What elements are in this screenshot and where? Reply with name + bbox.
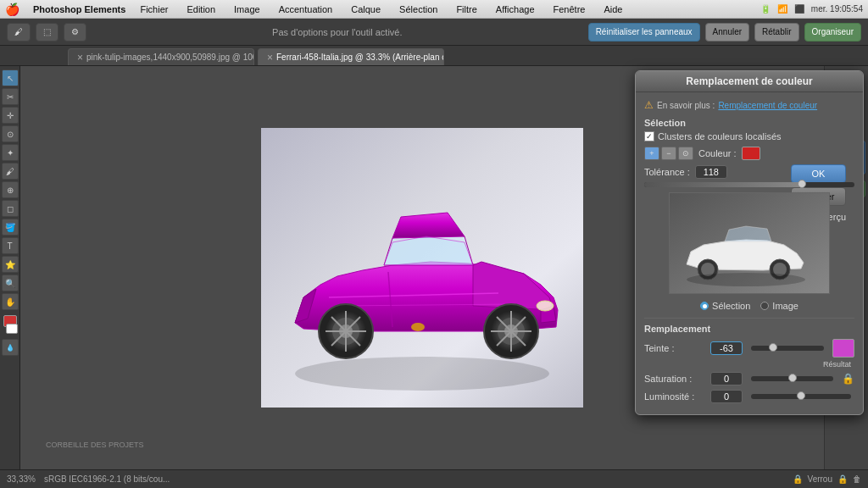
saturation-track	[751, 376, 833, 381]
svg-point-18	[537, 301, 554, 311]
tool-bg-color[interactable]	[6, 324, 18, 334]
add-color-tool[interactable]: +	[644, 147, 659, 160]
lock-icon: 🔒	[842, 373, 854, 385]
luminosite-thumb[interactable]	[797, 391, 805, 400]
lock-status-icon: 🔒	[793, 474, 803, 484]
menu-aide[interactable]: Aide	[599, 3, 626, 16]
tolerance-input[interactable]	[695, 165, 727, 179]
bluetooth-icon: ⬛	[794, 4, 804, 14]
menu-filtre[interactable]: Filtre	[452, 3, 481, 16]
tab-close-icon[interactable]: ×	[77, 52, 83, 64]
menu-edition[interactable]: Edition	[182, 3, 220, 16]
color-replace-dialog: Remplacement de couleur ⚠ En savoir plus…	[635, 70, 864, 415]
resultat-label: Résultat	[644, 360, 854, 369]
svg-point-19	[411, 323, 425, 331]
menu-calque[interactable]: Calque	[347, 3, 385, 16]
tool-magic[interactable]: ✦	[2, 144, 19, 161]
couleur-label: Couleur :	[698, 148, 737, 158]
tolerance-fill	[644, 182, 802, 187]
preview-svg	[670, 192, 829, 294]
selection-label: Sélection	[644, 118, 854, 128]
saturation-label: Saturation :	[644, 374, 705, 384]
teinte-track	[751, 346, 824, 351]
tool-hand[interactable]: ✋	[2, 293, 19, 310]
tab-close-icon2[interactable]: ×	[267, 52, 273, 64]
menu-affichage[interactable]: Affichage	[492, 3, 539, 16]
selection-section: Sélection OK Annuler ✓ Aperçu ✓ Clusters…	[644, 118, 854, 311]
preview-image	[670, 193, 829, 293]
saturation-input[interactable]	[710, 372, 743, 385]
radio-image-circle[interactable]	[760, 302, 769, 310]
main-toolbar: 🖌 ⬚ ⚙ Pas d'options pour l'outil activé.…	[0, 19, 868, 46]
menu-fichier[interactable]: Fichier	[136, 3, 172, 16]
ferrari-image	[261, 128, 583, 408]
tab-bar: × pink-tulip-images,1440x900,50989.jpg @…	[0, 46, 868, 66]
menu-image[interactable]: Image	[230, 3, 264, 16]
tool-dropper[interactable]: 💧	[2, 339, 19, 356]
saturation-thumb[interactable]	[788, 374, 797, 382]
svg-point-1	[295, 357, 549, 391]
resultat-swatch[interactable]	[832, 339, 854, 358]
menu-accentuation[interactable]: Accentuation	[275, 3, 337, 16]
svg-point-25	[687, 273, 805, 286]
statusbar-right: 🔒 Verrou 🔒 🗑	[793, 474, 861, 484]
remove-color-tool[interactable]: −	[661, 147, 676, 160]
apple-menu[interactable]: 🍎	[5, 3, 19, 16]
couleur-swatch[interactable]	[742, 147, 760, 160]
teinte-input[interactable]	[710, 341, 743, 355]
lock-status-label: Verrou	[808, 474, 832, 484]
tool-eraser[interactable]: ◻	[2, 200, 19, 217]
help-row: ⚠ En savoir plus : Remplacement de coule…	[644, 99, 854, 111]
menu-fenetre[interactable]: Fenêtre	[549, 3, 590, 16]
dialog-title: Remplacement de couleur	[636, 71, 863, 92]
tool-crop[interactable]: ✂	[2, 88, 19, 105]
organiseur-button[interactable]: Organiseur	[804, 23, 861, 42]
tab-label-ferrari: Ferrari-458-Italia.jpg @ 33.3% (Arrière-…	[276, 53, 444, 62]
tool-fill[interactable]: 🪣	[2, 219, 19, 236]
remplacement-section: Remplacement Teinte : Résultat Saturatio…	[644, 318, 854, 403]
clusters-label: Clusters de couleurs localisés	[658, 131, 782, 141]
luminosite-track	[751, 394, 851, 399]
toolbar-annuler-button[interactable]: Annuler	[705, 23, 749, 42]
tool-selection[interactable]: ↖	[2, 69, 19, 86]
menu-selection[interactable]: Sélection	[395, 3, 442, 16]
tool-move[interactable]: ✛	[2, 107, 19, 124]
color-row: + − ⊙ Couleur :	[644, 147, 854, 160]
toolbar-icon-btn[interactable]: 🖌	[7, 23, 31, 42]
teinte-label: Teinte :	[644, 343, 705, 353]
reset-panels-button[interactable]: Réinitialiser les panneaux	[588, 23, 700, 42]
wifi-icon: 📶	[777, 4, 787, 14]
tolerance-slider-row	[644, 182, 854, 187]
toolbar-icon-btn3[interactable]: ⚙	[64, 23, 86, 42]
radio-selection[interactable]: Sélection	[700, 301, 750, 311]
help-link[interactable]: Remplacement de couleur	[718, 101, 817, 110]
tool-text[interactable]: T	[2, 237, 19, 254]
color-profile: sRGB IEC61966-2.1 (8 bits/cou...	[44, 474, 170, 484]
tolerance-track	[644, 182, 854, 187]
luminosite-input[interactable]	[710, 390, 743, 403]
zoom-percent: 33,33%	[7, 474, 36, 484]
tool-lasso[interactable]: ⊙	[2, 125, 19, 142]
tool-zoom[interactable]: 🔍	[2, 274, 19, 291]
teinte-thumb[interactable]	[769, 343, 777, 352]
app-name: Photoshop Elements	[33, 4, 125, 14]
tool-shape[interactable]: ⭐	[2, 256, 19, 273]
toolbar-right: Réinitialiser les panneaux Annuler Rétab…	[588, 23, 861, 42]
tolerance-thumb[interactable]	[798, 180, 806, 188]
radio-selection-label: Sélection	[712, 301, 750, 311]
radio-selection-circle[interactable]	[700, 302, 709, 310]
radio-image[interactable]: Image	[760, 301, 798, 311]
clusters-checkbox[interactable]: ✓	[644, 131, 654, 141]
lock-icon2: 🔒	[837, 474, 848, 484]
clusters-row: ✓ Clusters de couleurs localisés	[644, 131, 854, 141]
eyedropper-tool[interactable]: ⊙	[678, 147, 693, 160]
menu-right: 🔋 📶 ⬛ mer. 19:05:54	[760, 4, 863, 14]
divider	[644, 318, 854, 319]
toolbar-retab-button[interactable]: Rétablir	[754, 23, 798, 42]
remplacement-label: Remplacement	[644, 324, 854, 334]
toolbar-icon-btn2[interactable]: ⬚	[36, 23, 58, 42]
tab-tulip[interactable]: × pink-tulip-images,1440x900,50989.jpg @…	[68, 48, 254, 65]
tool-clone[interactable]: ⊕	[2, 181, 19, 198]
tab-ferrari[interactable]: × Ferrari-458-Italia.jpg @ 33.3% (Arrièr…	[258, 48, 444, 65]
tool-brush[interactable]: 🖌	[2, 163, 19, 180]
